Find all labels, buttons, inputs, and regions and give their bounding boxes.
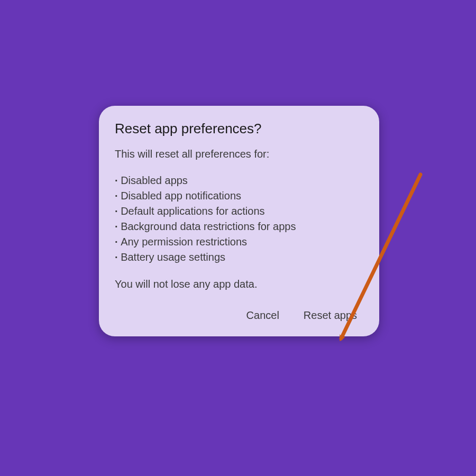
dialog-title: Reset app preferences? (115, 121, 363, 137)
reset-apps-button[interactable]: Reset apps (301, 306, 359, 325)
list-item: Disabled apps (115, 173, 363, 188)
cancel-button[interactable]: Cancel (244, 306, 281, 325)
dialog-footer-text: You will not lose any app data. (115, 277, 363, 291)
list-item: Default applications for actions (115, 204, 363, 219)
dialog-actions: Cancel Reset apps (115, 306, 363, 325)
reset-preferences-dialog: Reset app preferences? This will reset a… (99, 106, 379, 336)
list-item: Battery usage settings (115, 250, 363, 265)
list-item: Any permission restrictions (115, 234, 363, 250)
dialog-bullet-list: Disabled apps Disabled app notifications… (115, 173, 363, 265)
list-item: Background data restrictions for apps (115, 219, 363, 234)
dialog-intro-text: This will reset all preferences for: (115, 147, 363, 161)
list-item: Disabled app notifications (115, 188, 363, 204)
